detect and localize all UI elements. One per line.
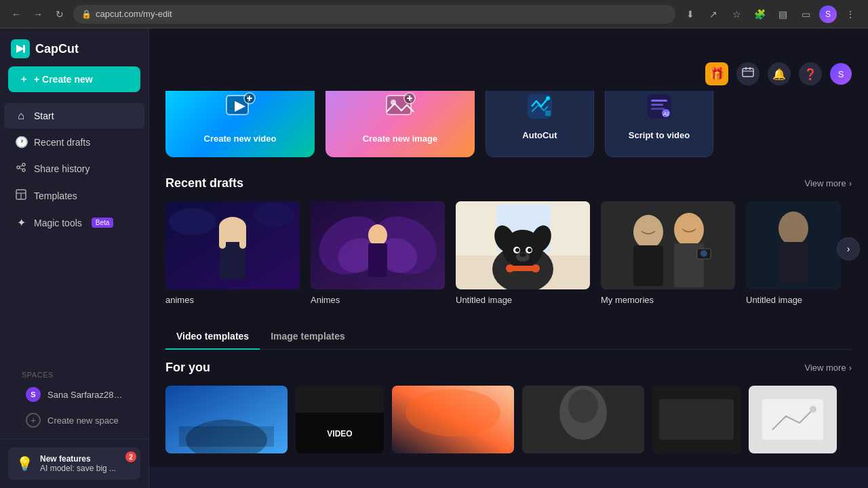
share-history-icon — [15, 162, 27, 176]
sidebar-toggle-icon[interactable]: ▤ — [773, 5, 792, 24]
draft-name-memories: My memories — [601, 295, 735, 305]
svg-rect-86 — [659, 399, 734, 440]
sidebar-item-templates-label: Templates — [34, 190, 77, 201]
svg-point-69 — [701, 250, 707, 257]
recent-drafts-header: Recent drafts View more › — [165, 176, 852, 190]
refresh-button[interactable]: ↻ — [52, 6, 68, 22]
svg-rect-76 — [179, 426, 274, 447]
spaces-label: Spaces — [11, 363, 138, 382]
svg-rect-46 — [368, 243, 387, 277]
tab-video-templates-label: Video templates — [176, 331, 249, 342]
logo: CapCut — [0, 28, 149, 66]
user-initial: S — [838, 69, 844, 79]
for-you-header: For you View more › — [165, 361, 852, 375]
magic-tools-icon: ✦ — [15, 216, 27, 229]
create-space-button[interactable]: + Create new space — [15, 407, 134, 433]
new-features-title: New features — [40, 454, 116, 464]
draft-name-Animes: Animes — [311, 295, 445, 305]
svg-rect-29 — [651, 108, 665, 110]
forward-button[interactable]: → — [30, 6, 46, 22]
draft-card-dog[interactable]: Untitled image — [456, 201, 590, 305]
chevron-right-icon-2: › — [849, 363, 852, 373]
address-bar[interactable]: 🔒 capcut.com/my-edit — [73, 5, 675, 24]
spaces-section: Spaces S Sana Sarfaraz283's s... + Creat… — [0, 360, 149, 439]
sidebar-item-start[interactable]: ⌂ Start — [4, 103, 144, 129]
extensions-icon[interactable]: 🧩 — [750, 5, 769, 24]
svg-rect-39 — [239, 225, 246, 249]
help-button[interactable]: ❓ — [799, 62, 822, 85]
for-you-title: For you — [165, 361, 210, 375]
sidebar-item-recent-drafts[interactable]: 🕐 Recent drafts — [4, 129, 144, 155]
notification-badge: 2 — [125, 451, 136, 462]
sidebar-item-share-history[interactable]: Share history — [4, 155, 144, 182]
download-icon[interactable]: ⬇ — [681, 5, 700, 24]
drafts-view-more[interactable]: View more › — [804, 178, 852, 188]
script-content: AI Script to video — [629, 93, 690, 140]
svg-point-62 — [532, 264, 540, 272]
share-icon[interactable]: ↗ — [704, 5, 723, 24]
space-name: Sana Sarfaraz283's s... — [47, 390, 123, 400]
browser-chrome: ← → ↻ 🔒 capcut.com/my-edit ⬇ ↗ ☆ 🧩 ▤ ▭ S… — [0, 0, 868, 28]
space-item-sana[interactable]: S Sana Sarfaraz283's s... — [15, 382, 134, 407]
create-new-button[interactable]: ＋ + Create new — [8, 66, 140, 92]
more-options-icon[interactable]: ⋮ — [841, 5, 860, 24]
drafts-next-button[interactable]: › — [837, 237, 860, 260]
browser-actions: ⬇ ↗ ☆ 🧩 ▤ ▭ S ⋮ — [681, 5, 860, 24]
new-features-text: New features AI model: save big ... — [40, 454, 116, 473]
template-card-1[interactable] — [165, 386, 288, 453]
tab-image-templates-label: Image templates — [271, 331, 345, 342]
draft-name-untitled2: Untitled image — [746, 295, 841, 305]
svg-rect-12 — [745, 67, 747, 70]
svg-line-6 — [20, 168, 22, 169]
template-card-5[interactable] — [652, 386, 741, 453]
bell-button[interactable]: 🔔 — [768, 62, 791, 85]
draft-card-animes[interactable]: animes — [165, 201, 300, 305]
templates-row: VIDEO — [165, 386, 852, 453]
draft-thumb-Animes — [311, 201, 445, 289]
history-button[interactable] — [736, 62, 760, 85]
svg-point-33 — [169, 208, 216, 235]
plus-icon: ＋ — [19, 73, 28, 85]
tab-video-templates[interactable]: Video templates — [165, 324, 260, 350]
draft-thumb-dog — [456, 201, 590, 289]
logo-text: CapCut — [35, 42, 79, 56]
new-features-banner[interactable]: 💡 New features AI model: save big ... 2 — [8, 447, 140, 480]
svg-point-89 — [810, 406, 816, 413]
space-avatar: S — [26, 387, 41, 402]
tab-image-templates[interactable]: Image templates — [260, 324, 356, 350]
draft-name-animes: animes — [165, 295, 300, 305]
tablet-icon[interactable]: ▭ — [796, 5, 815, 24]
back-button[interactable]: ← — [8, 6, 24, 22]
draft-name-dog: Untitled image — [456, 295, 590, 305]
svg-point-56 — [515, 248, 519, 252]
capcut-logo-icon — [11, 39, 30, 58]
sidebar-item-magic-tools[interactable]: ✦ Magic tools Beta — [4, 209, 144, 236]
sidebar-item-templates[interactable]: Templates — [4, 182, 144, 209]
sidebar-item-share-history-label: Share history — [34, 163, 90, 174]
create-new-label: + Create new — [34, 74, 93, 85]
draft-thumb-animes — [165, 201, 300, 289]
templates-view-more[interactable]: View more › — [804, 363, 852, 373]
gift-icon: 🎁 — [709, 66, 724, 81]
draft-card-memories[interactable]: My memories — [601, 201, 735, 305]
svg-rect-38 — [219, 225, 226, 249]
browser-profile-avatar[interactable]: S — [819, 5, 837, 23]
bookmark-icon[interactable]: ☆ — [727, 5, 746, 24]
svg-text:VIDEO: VIDEO — [327, 429, 352, 439]
template-card-6[interactable] — [749, 386, 837, 453]
lock-icon: 🔒 — [81, 9, 92, 19]
template-card-2[interactable]: VIDEO — [296, 386, 384, 453]
gift-button[interactable]: 🎁 — [705, 62, 728, 85]
video-card-icon — [224, 90, 256, 125]
create-space-label: Create new space — [47, 415, 119, 426]
svg-point-57 — [528, 248, 532, 252]
image-card-icon — [384, 90, 416, 125]
user-avatar[interactable]: S — [830, 63, 852, 85]
template-card-3[interactable] — [392, 386, 514, 453]
url-text: capcut.com/my-edit — [96, 9, 172, 19]
template-card-4[interactable] — [522, 386, 644, 453]
svg-point-25 — [546, 96, 550, 100]
draft-card-untitled[interactable]: Untitled image — [746, 201, 841, 305]
draft-card-Animes[interactable]: Animes — [311, 201, 445, 305]
script-to-video-label: Script to video — [629, 130, 690, 140]
